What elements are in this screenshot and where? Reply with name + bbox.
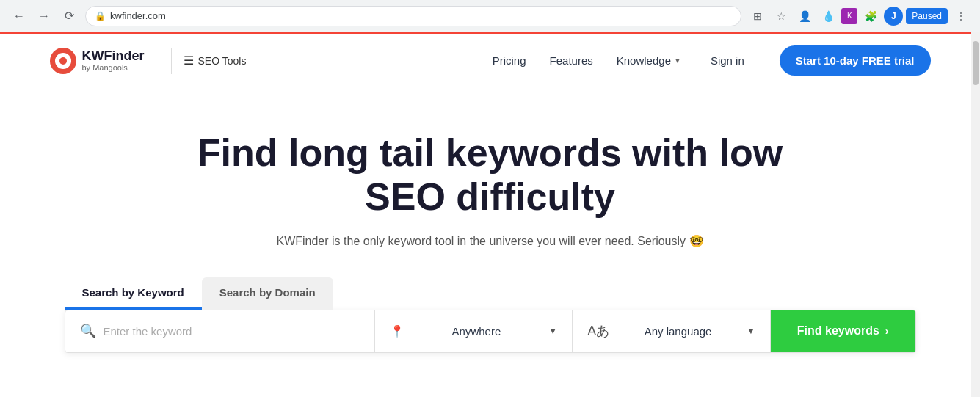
scrollbar-thumb [973,41,979,85]
location-pin-icon: 📍 [390,324,404,338]
find-btn-label: Find keywords [797,324,879,338]
url-text: kwfinder.com [110,10,732,21]
forward-button[interactable]: → [34,6,54,26]
paused-button[interactable]: Paused [906,8,948,24]
logo-icon [50,48,76,74]
search-tabs: Search by Keyword Search by Domain [65,277,916,310]
logo-area: KWFinder by Mangools [50,48,145,74]
location-selector[interactable]: 📍 Anywhere ▼ [375,310,573,352]
logo-text: KWFinder by Mangools [82,49,145,73]
search-container: Search by Keyword Search by Domain 🔍 📍 A… [65,277,916,353]
performance-icon[interactable]: 💧 [818,6,838,26]
refresh-button[interactable]: ⟳ [59,6,79,26]
language-chevron-icon: ▼ [747,326,755,336]
hero-title: Find long tail keywords with low SEO dif… [160,131,821,219]
logo-title: KWFinder [82,49,145,64]
keyword-input[interactable] [104,310,360,352]
bookmarks-icon[interactable]: ⊞ [747,6,768,26]
account-icon[interactable]: 👤 [794,6,815,26]
puzzle-icon[interactable]: 🧩 [860,6,881,26]
nav-knowledge[interactable]: Knowledge ▼ [617,54,681,67]
nav-features[interactable]: Features [550,54,593,67]
logo-subtitle: by Mangools [82,63,145,72]
language-icon: Aあ [587,322,609,340]
search-bar: 🔍 📍 Anywhere ▼ Aあ Any language ▼ Find ke… [65,310,916,353]
cta-button[interactable]: Start 10-day FREE trial [780,45,931,76]
location-label: Anywhere [412,325,542,338]
menu-button[interactable]: ⋮ [951,6,971,26]
scrollbar[interactable] [971,32,980,382]
main-nav: Pricing Features Knowledge ▼ Sign in Sta… [493,45,931,76]
extension-purple-icon[interactable]: K [841,8,857,24]
hero-subtitle: KWFinder is the only keyword tool in the… [50,234,931,248]
nav-pricing[interactable]: Pricing [493,54,526,67]
nav-buttons: ← → ⟳ [9,6,79,26]
keyword-input-wrap: 🔍 [65,310,375,352]
lock-icon: 🔒 [95,11,106,21]
find-btn-arrow-icon: › [885,325,889,337]
seo-tools-label: SEO Tools [198,55,247,67]
header-divider [171,48,172,74]
browser-chrome: ← → ⟳ 🔒 kwfinder.com ⊞ ☆ 👤 💧 K 🧩 J Pause… [0,0,980,32]
star-icon[interactable]: ☆ [771,6,791,26]
site-header: KWFinder by Mangools ☰ SEO Tools Pricing… [50,34,931,87]
logo-inner [55,53,71,69]
page-content: KWFinder by Mangools ☰ SEO Tools Pricing… [21,34,960,382]
browser-actions: ⊞ ☆ 👤 💧 K 🧩 J Paused ⋮ [747,6,971,26]
tab-search-domain[interactable]: Search by Domain [202,277,333,310]
search-icon: 🔍 [80,323,96,339]
seo-tools-menu[interactable]: ☰ SEO Tools [184,54,247,68]
chevron-down-icon: ▼ [674,57,681,65]
back-button[interactable]: ← [9,6,29,26]
tab-search-keyword[interactable]: Search by Keyword [65,277,202,310]
profile-button[interactable]: J [884,7,903,26]
nav-signin[interactable]: Sign in [711,54,744,67]
paused-label: Paused [912,11,942,21]
language-label: Any language [617,325,739,338]
language-selector[interactable]: Aあ Any language ▼ [573,310,771,352]
hamburger-icon: ☰ [184,54,194,68]
location-chevron-icon: ▼ [548,326,557,336]
find-keywords-button[interactable]: Find keywords › [771,310,915,352]
logo-dot [59,57,67,65]
nav-knowledge-label: Knowledge [617,54,671,67]
hero-section: Find long tail keywords with low SEO dif… [50,87,931,382]
address-bar[interactable]: 🔒 kwfinder.com [85,6,741,26]
